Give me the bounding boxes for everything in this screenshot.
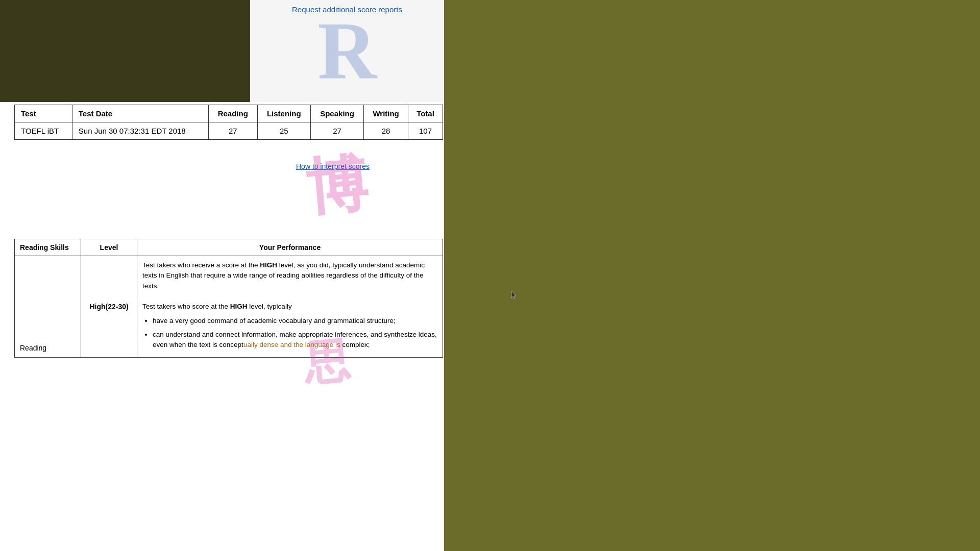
performance-intro: Test takers who receive a score at the H…	[142, 260, 437, 291]
performance-list: have a very good command of academic voc…	[153, 316, 437, 350]
level-col-header: Level	[81, 239, 137, 256]
cell-reading-score: 27	[208, 122, 257, 140]
request-link-area: Request additional score reports	[250, 5, 444, 14]
interpret-scores-link[interactable]: How to interpret scores	[296, 162, 370, 170]
cell-listening-score: 25	[257, 122, 310, 140]
cell-test-name: TOEFL iBT	[15, 122, 72, 140]
col-header-test: Test	[15, 105, 72, 122]
dark-top-left-bg	[0, 0, 250, 102]
request-score-reports-link[interactable]: Request additional score reports	[292, 5, 402, 14]
col-header-total: Total	[408, 105, 443, 122]
bullet-1: have a very good command of academic voc…	[153, 316, 437, 326]
col-header-reading: Reading	[208, 105, 257, 122]
big-r-letter: R	[317, 10, 377, 92]
skills-col-header: Reading Skills	[15, 239, 81, 256]
bullet-2: can understand and connect information, …	[153, 330, 437, 350]
scores-table: Test Test Date Reading Listening Speakin…	[14, 105, 443, 140]
high-label-2: HIGH	[230, 303, 248, 310]
paper-header: R	[250, 0, 444, 102]
skill-name-cell: Reading	[15, 256, 81, 358]
cell-total-score: 107	[408, 122, 443, 140]
table-row: TOEFL iBT Sun Jun 30 07:32:31 EDT 2018 2…	[15, 122, 443, 140]
cell-speaking-score: 27	[310, 122, 363, 140]
col-header-speaking: Speaking	[310, 105, 363, 122]
level-cell: High(22-30)	[81, 256, 137, 358]
performance-second: Test takers who score at the HIGH level,…	[142, 302, 437, 312]
scores-table-wrapper: Test Test Date Reading Listening Speakin…	[14, 105, 443, 140]
cell-test-date: Sun Jun 30 07:32:31 EDT 2018	[72, 122, 208, 140]
reading-skills-table: Reading Skills Level Your Performance Re…	[14, 239, 443, 358]
reading-skills-row: Reading High(22-30) Test takers who rece…	[15, 256, 443, 358]
reading-skills-section: Reading Skills Level Your Performance Re…	[14, 239, 443, 358]
high-label-1: HIGH	[260, 261, 277, 269]
col-header-listening: Listening	[257, 105, 310, 122]
cell-writing-score: 28	[364, 122, 408, 140]
right-background	[444, 0, 980, 551]
highlighted-text: ually dense and the language is	[243, 341, 340, 348]
col-header-writing: Writing	[364, 105, 408, 122]
performance-col-header: Your Performance	[137, 239, 443, 256]
col-header-date: Test Date	[72, 105, 208, 122]
performance-cell: Test takers who receive a score at the H…	[137, 256, 443, 358]
